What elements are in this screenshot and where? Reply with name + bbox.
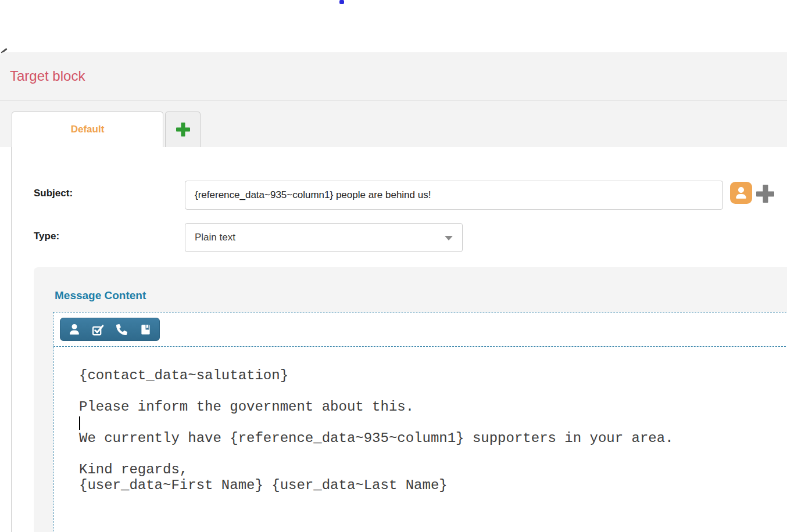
message-line: Please inform the government about this. bbox=[79, 399, 787, 415]
address-book-icon bbox=[140, 324, 151, 335]
text-caret bbox=[79, 416, 80, 430]
editor-toolbar-row bbox=[53, 312, 787, 347]
message-line: Kind regards, bbox=[79, 462, 787, 477]
message-content-section: Message Content bbox=[34, 267, 787, 532]
blue-marker-artifact bbox=[339, 0, 344, 4]
tab-default[interactable]: Default bbox=[12, 112, 163, 147]
type-label: Type: bbox=[34, 231, 59, 242]
subject-input[interactable]: {reference_data~935~column1} people are … bbox=[185, 181, 723, 210]
panel-title: Target block bbox=[10, 68, 85, 84]
toolbar-address-book-button[interactable] bbox=[135, 319, 155, 339]
target-block-panel: Target block Default Subject: {reference… bbox=[0, 52, 787, 532]
type-selected-value: Plain text bbox=[195, 232, 235, 243]
screen: Target block Default Subject: {reference… bbox=[0, 0, 787, 532]
message-body[interactable]: {contact_data~salutation} Please inform … bbox=[53, 347, 787, 493]
user-icon bbox=[735, 187, 747, 199]
type-select[interactable]: Plain text bbox=[185, 223, 463, 252]
add-subject-plus-icon[interactable] bbox=[756, 185, 774, 203]
toolbar-survey-button[interactable] bbox=[88, 319, 108, 339]
panel-heading: Target block bbox=[0, 52, 787, 100]
message-line bbox=[79, 415, 787, 430]
plus-icon bbox=[176, 123, 190, 136]
message-line: {contact_data~salutation} bbox=[79, 368, 787, 383]
insert-contact-field-button[interactable] bbox=[730, 182, 752, 204]
message-line bbox=[79, 446, 787, 462]
dropdown-arrow-icon bbox=[445, 236, 453, 240]
editor-toolbar bbox=[60, 318, 160, 341]
toolbar-phone-button[interactable] bbox=[112, 319, 131, 339]
check-square-icon bbox=[92, 323, 104, 336]
message-content-heading: Message Content bbox=[55, 289, 146, 302]
toolbar-contact-button[interactable] bbox=[65, 319, 84, 339]
message-line: {user_data~First Name} {user_data~Last N… bbox=[79, 477, 787, 493]
tab-strip: Default bbox=[0, 100, 787, 147]
add-tab-button[interactable] bbox=[165, 112, 201, 147]
subject-value: {reference_data~935~column1} people are … bbox=[195, 189, 431, 201]
message-line: We currently have {reference_data~935~co… bbox=[79, 430, 787, 446]
message-line bbox=[79, 383, 787, 399]
tab-content: Subject: {reference_data~935~column1} pe… bbox=[11, 147, 787, 532]
phone-icon bbox=[116, 324, 127, 335]
tab-default-label: Default bbox=[71, 124, 105, 135]
message-editor: {contact_data~salutation} Please inform … bbox=[53, 312, 787, 532]
subject-label: Subject: bbox=[34, 188, 73, 199]
user-icon bbox=[69, 324, 80, 335]
